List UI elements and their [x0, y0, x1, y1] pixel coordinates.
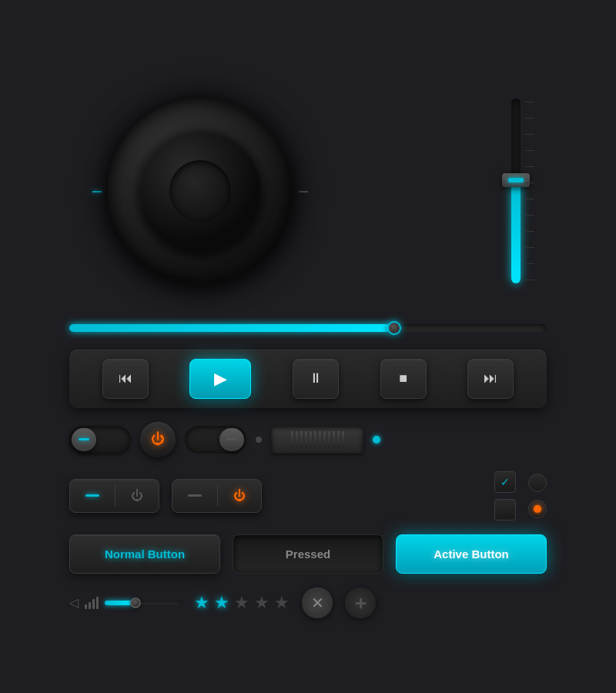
play-button[interactable]: ▶ [189, 359, 251, 399]
progress-section [69, 320, 547, 336]
vol-bar-2 [89, 602, 91, 609]
star-4[interactable]: ★ [254, 593, 270, 613]
knob-inner [139, 129, 262, 253]
vol-bar-3 [92, 599, 95, 609]
volume-slider-track[interactable] [105, 601, 182, 605]
add-button[interactable]: ＋ [345, 588, 376, 618]
radios-column [528, 474, 547, 518]
bottom-row: ◁ ★ ★ ★ ★ ★ ✕ ＋ [69, 588, 547, 618]
progress-fill [69, 324, 394, 332]
vertical-slider-section [485, 83, 547, 299]
transport-section: ⏮ ▶ ⏸ ■ ⏭ [69, 350, 547, 408]
volume-icon: ◁ [69, 595, 79, 610]
toggle-switch-2[interactable] [185, 426, 246, 454]
checkmark-icon: ✓ [500, 476, 510, 488]
rotary-knob-small[interactable] [271, 426, 363, 454]
star-1[interactable]: ★ [194, 593, 209, 613]
radio-empty[interactable] [528, 474, 547, 492]
button-row: Normal Button Pressed Active Button [69, 534, 547, 574]
combo-power-1: ⏻ [131, 489, 143, 503]
thumb-groove [508, 178, 524, 182]
checkbox-checked[interactable]: ✓ [494, 471, 516, 493]
combo-seg-1a[interactable] [70, 485, 116, 506]
combo-seg-2b[interactable]: ⏻ [218, 480, 261, 512]
toggle-thumb-2 [219, 428, 244, 451]
progress-track[interactable] [69, 324, 547, 332]
toggle-indicator-2 [226, 438, 237, 440]
knob-outer[interactable] [108, 99, 293, 283]
top-row [69, 75, 547, 306]
stop-button[interactable]: ■ [380, 359, 427, 399]
checkboxes-column: ✓ [494, 471, 516, 521]
combo-seg-2a[interactable] [172, 485, 218, 506]
volume-section: ◁ [69, 595, 182, 610]
radio-dot [534, 505, 541, 513]
star-2[interactable]: ★ [214, 593, 229, 613]
toggle-indicator-1 [79, 438, 89, 440]
main-container: ⏮ ▶ ⏸ ■ ⏭ ⏻ [54, 60, 562, 634]
active-button[interactable]: Active Button [396, 534, 547, 574]
combo-button-2[interactable]: ⏻ [172, 479, 262, 513]
power-button-1[interactable]: ⏻ [140, 422, 176, 457]
close-icon: ✕ [311, 594, 324, 612]
pause-button[interactable]: ⏸ [293, 359, 339, 399]
toggle-thumb-1 [72, 428, 96, 451]
star-3[interactable]: ★ [234, 593, 249, 613]
combo-indicator-1a [85, 494, 99, 497]
progress-thumb[interactable] [387, 321, 401, 335]
toggle-switch-1[interactable] [69, 426, 131, 454]
separator-dot [256, 437, 262, 443]
knob-tick-right [299, 191, 308, 192]
star-5[interactable]: ★ [274, 593, 290, 613]
toggle-row-1: ⏻ [69, 422, 547, 457]
pause-icon: ⏸ [309, 370, 323, 387]
pressed-button[interactable]: Pressed [233, 534, 383, 574]
checkbox-unchecked[interactable] [494, 499, 516, 521]
stop-icon: ■ [399, 370, 407, 387]
power-icon-1: ⏻ [151, 431, 165, 447]
combo-seg-1b[interactable]: ⏻ [116, 480, 159, 512]
add-icon: ＋ [351, 591, 370, 615]
combo-indicator-2a [188, 494, 202, 497]
volume-slider-thumb[interactable] [130, 598, 141, 608]
knob-center [169, 160, 231, 222]
star-rating: ★ ★ ★ ★ ★ [194, 593, 290, 613]
vertical-slider-track[interactable] [511, 99, 521, 283]
knob-section [69, 75, 331, 306]
rotary-ridges [291, 431, 344, 448]
vol-bar-4 [96, 597, 99, 609]
knob-tick-left [92, 191, 102, 192]
vertical-slider-fill [511, 182, 521, 283]
prev-icon: ⏮ [119, 370, 132, 387]
vol-bar-1 [85, 604, 87, 609]
close-button[interactable]: ✕ [302, 588, 333, 618]
normal-button[interactable]: Normal Button [69, 534, 220, 574]
toggle-row-2: ⏻ ⏻ ✓ [69, 471, 547, 521]
combo-button-1[interactable]: ⏻ [69, 479, 159, 513]
volume-bars [85, 597, 99, 609]
status-dot-cyan [373, 436, 380, 444]
combo-power-2: ⏻ [233, 489, 246, 503]
next-button[interactable]: ⏭ [467, 359, 514, 399]
slider-ticks [525, 99, 534, 283]
next-icon: ⏭ [484, 370, 497, 387]
prev-button[interactable]: ⏮ [102, 359, 149, 399]
radio-selected[interactable] [528, 500, 547, 518]
play-icon: ▶ [214, 369, 227, 389]
